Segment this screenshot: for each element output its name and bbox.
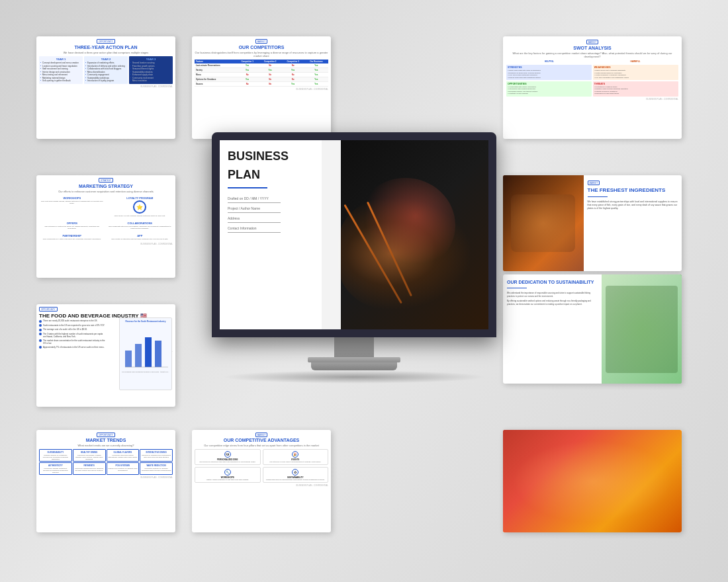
bp-title1: BUSINESS	[228, 150, 333, 163]
year1-item4: Interior design and construction	[40, 71, 81, 73]
sustainability-text1: We understand the importance of responsi…	[507, 292, 598, 298]
monitor-container: BUSINESS PLAN Drafted on DD / MM / YYYY …	[199, 132, 510, 417]
freshest-title: THE FRESHEST INGREDIENTS	[588, 187, 678, 194]
bp-project: Project / Author Name	[228, 206, 333, 210]
fb-item5: The market share concentration for the s…	[43, 339, 106, 345]
action-plan-subtitle: We have devised a three-year action plan…	[39, 51, 173, 54]
bp-contact: Contact Information	[228, 226, 333, 230]
year3-label: YEAR 3	[130, 58, 171, 61]
slide-freshest[interactable]: MARKET THE FRESHEST INGREDIENTS We have …	[503, 175, 682, 271]
swot-title: SWOT ANALYSIS	[506, 46, 678, 50]
marketing-subtitle: Our efforts to enhance customer acquisit…	[39, 190, 173, 193]
slide-sustainability[interactable]: OUR DEDICATION TO SUSTAINABILITY We unde…	[503, 274, 682, 384]
year3-item4: Sustainability initiatives	[130, 71, 171, 73]
collab-title: COLLABORATIONS	[109, 222, 172, 225]
slide-market-trends[interactable]: OPPORTUNITY MARKET TRENDS What market tr…	[36, 430, 175, 532]
app-text: We'll create an interactive app that hel…	[109, 238, 172, 240]
swot-item: • May face competition from established …	[594, 77, 677, 79]
adv-icon-3: 🔧	[224, 469, 231, 476]
swot-tag: MARKET	[586, 40, 599, 44]
swot-strengths-title: STRENGTHS	[508, 66, 590, 69]
year2-item5: Community engagement	[85, 73, 126, 76]
fb-item3: The average cost of a sushi roll in the …	[43, 328, 87, 331]
workshops-title: WORKSHOPS	[40, 196, 104, 200]
competitors-tag: MARKET	[255, 39, 268, 44]
partnership-title: PARTNERSHIP	[40, 234, 104, 237]
sustainability-image	[602, 274, 682, 384]
bp-title2: PLAN	[228, 169, 333, 182]
year3-item5: Enhanced supply chain	[130, 73, 171, 76]
marketing-title: MARKETING STRATEGY	[39, 184, 173, 188]
slide-action-plan[interactable]: OPPORTUNITY THREE-YEAR ACTION PLAN We ha…	[36, 36, 175, 139]
sustainability-title: OUR DEDICATION TO SUSTAINABILITY	[507, 280, 598, 285]
fb-tag: OPPORTUNITY	[39, 307, 58, 312]
comp-adv-title: OUR COMPETITIVE ADVANTAGES	[195, 438, 328, 442]
competitors-table: Feature Competitor 1 Competitor 2 Compet…	[195, 60, 328, 87]
year2-item7: Introduction of loyalty program	[85, 79, 126, 82]
marketing-tag: STRATEGY	[99, 178, 113, 183]
year2-label: YEAR 2	[85, 58, 126, 61]
year1-item3: Staff recruitment and training	[40, 67, 81, 70]
year1-item2: Location scouting and lease negotiation	[40, 65, 81, 67]
table-row: Sauces No No Yes Yes	[195, 82, 328, 87]
action-plan-tag: OPPORTUNITY	[97, 39, 115, 44]
freshest-tag: MARKET	[588, 181, 600, 185]
table-row: Options for Omakase Yes No No Yes	[195, 77, 328, 82]
year1-label: YEAR 1	[40, 58, 81, 61]
bp-address: Address	[228, 216, 333, 220]
year3-item7: Menu innovation	[130, 79, 171, 82]
slide-food-beverage[interactable]: OPPORTUNITY THE FOOD AND BEVERAGE INDUST…	[36, 304, 175, 407]
year1-item6: Marketing material design	[40, 77, 81, 79]
freshest-image	[503, 175, 584, 271]
collab-text: We'll collaborate with local food blogge…	[109, 226, 172, 229]
slide-competitors[interactable]: MARKET OUR COMPETITORS Our business dist…	[192, 36, 331, 139]
table-row: Variety Yes Yes Yes Yes	[195, 68, 328, 73]
swot-item: • Diverse sushi menu with vegetarian opt…	[508, 77, 590, 79]
swot-item: • Creating a loyalty program	[508, 93, 590, 95]
fb-item6: Approximately 7% of restaurants in the U…	[43, 346, 105, 349]
year1-item1: Concept development and menu creation	[40, 62, 81, 64]
trends-subtitle: What market trends are we currently obse…	[39, 444, 173, 447]
table-row: Menu No No No Yes	[195, 73, 328, 77]
slide-swot[interactable]: MARKET SWOT ANALYSIS What are the key fa…	[503, 36, 682, 139]
svg-rect-3	[155, 341, 161, 367]
year2-item3: Collaborations with local food bloggers	[85, 67, 126, 70]
swot-item: • Emergence of new dining trends	[594, 93, 677, 95]
comp-adv-tag: MARKET	[255, 433, 268, 437]
app-title: APP	[109, 234, 172, 237]
action-plan-title: THREE-YEAR ACTION PLAN	[39, 45, 173, 50]
trends-tag: OPPORTUNITY	[97, 433, 115, 437]
slide-value-prop[interactable]: MARKET OUR VALUE PROPOSITION ✓ Experienc…	[503, 430, 682, 532]
trends-title: MARKET TRENDS	[39, 438, 173, 442]
swot-opportunities-title: OPPORTUNITIES	[508, 83, 590, 85]
svg-rect-2	[145, 337, 152, 367]
slide-competitive-adv[interactable]: MARKET OUR COMPETITIVE ADVANTAGES Our co…	[192, 430, 331, 532]
svg-rect-0	[125, 351, 132, 367]
year3-item2: Franchise growth options	[130, 65, 171, 67]
workshops-text: We'll host sushi-making classes, helping…	[40, 200, 104, 204]
competitors-title: OUR COMPETITORS	[195, 45, 328, 50]
swot-subtitle: What are the key factors for gaining a c…	[506, 52, 678, 58]
loyalty-title: LOYALTY PROGRAM	[109, 196, 172, 200]
year3-item3: Seasonal themed nights	[130, 67, 171, 70]
year3-item6: Community involvement	[130, 77, 171, 79]
slides-grid: OPPORTUNITY THREE-YEAR ACTION PLAN We ha…	[0, 0, 728, 582]
fb-item1: There are nearly 20,005 sushi restaurant…	[43, 319, 97, 322]
loyalty-text: ⭐ We'll launch a loyalty program offerin…	[109, 200, 172, 217]
main-container: OPPORTUNITY THREE-YEAR ACTION PLAN We ha…	[0, 0, 728, 582]
svg-rect-1	[135, 344, 142, 367]
partnership-text: We'll collaborate as a 'Taste of the Res…	[40, 238, 104, 240]
vp-image	[503, 430, 574, 532]
year1-item7: Soft-opening to gather feedback	[40, 79, 81, 82]
fb-item2: Sushi restaurants in the US are expected…	[43, 324, 105, 327]
adv-icon-2: 🎉	[292, 451, 298, 458]
year2-item2: Introduction of delivery and online orde…	[85, 65, 126, 67]
slide-marketing[interactable]: STRATEGY MARKETING STRATEGY Our efforts …	[36, 175, 175, 278]
sustainability-text2: By offering sustainable seafood options …	[507, 300, 598, 306]
offers-text: We'll introduce a 'Taste of the World' s…	[40, 226, 104, 229]
year2-item6: Sustainability workshops	[85, 77, 126, 79]
offers-title: OFFERS	[40, 222, 104, 225]
year3-item1: Second location scouting	[130, 62, 171, 64]
year2-item1: Expansion of marketing efforts	[85, 62, 126, 64]
adv-icon-1: 🍽	[224, 451, 231, 458]
